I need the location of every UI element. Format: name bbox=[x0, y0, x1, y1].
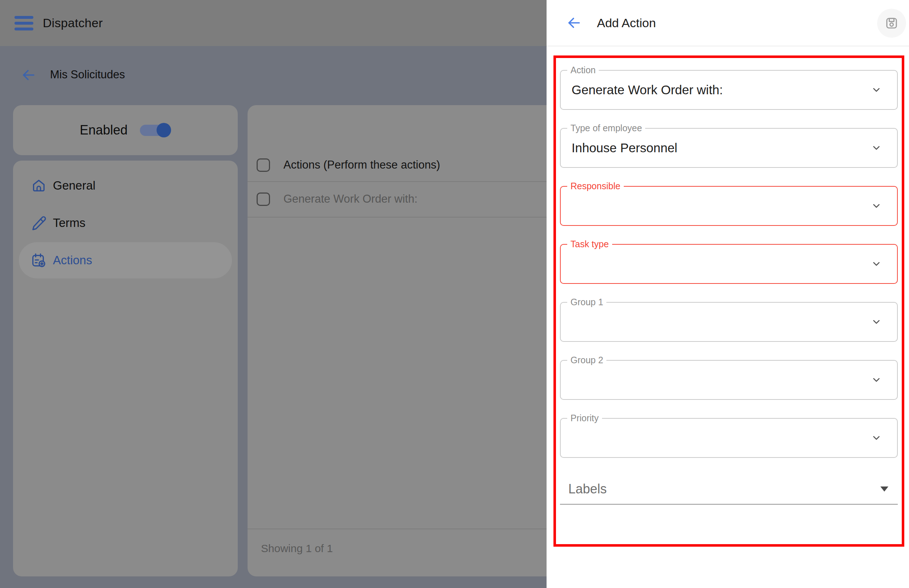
labels-select[interactable]: Labels bbox=[560, 475, 898, 505]
save-button[interactable] bbox=[877, 9, 906, 38]
row-checkbox[interactable] bbox=[257, 192, 270, 206]
task-type-select[interactable]: Task type bbox=[560, 244, 898, 284]
calendar-plus-icon bbox=[31, 252, 47, 269]
actions-table-card: Actions (Perform these actions) Generate… bbox=[247, 105, 559, 577]
back-arrow-icon[interactable] bbox=[567, 15, 582, 31]
sidebar-item-label: Actions bbox=[53, 254, 92, 267]
field-label: Group 1 bbox=[567, 297, 606, 307]
sidebar-item-label: Terms bbox=[53, 216, 86, 230]
back-arrow-icon[interactable] bbox=[20, 68, 37, 82]
footer-divider bbox=[247, 528, 559, 529]
enabled-label: Enabled bbox=[80, 123, 128, 138]
sidebar-item-terms[interactable]: Terms bbox=[19, 205, 232, 241]
dimmed-background-page: Dispatcher Mis Solicitudes Enabled Gener… bbox=[0, 0, 547, 588]
enabled-card: Enabled bbox=[13, 105, 238, 155]
group-2-select[interactable]: Group 2 bbox=[560, 360, 898, 400]
chevron-down-icon bbox=[871, 84, 882, 95]
field-label: Task type bbox=[567, 239, 612, 249]
field-label: Responsible bbox=[567, 181, 624, 191]
group-1-select[interactable]: Group 1 bbox=[560, 302, 898, 342]
sidebar-item-actions[interactable]: Actions bbox=[19, 242, 232, 278]
page-title: Mis Solicitudes bbox=[50, 68, 125, 81]
floppy-disk-icon bbox=[884, 16, 899, 31]
app-root: Dispatcher Mis Solicitudes Enabled Gener… bbox=[0, 0, 909, 588]
table-row-label: Generate Work Order with: bbox=[283, 192, 418, 205]
dropdown-arrow-icon bbox=[880, 486, 888, 491]
responsible-select[interactable]: Responsible bbox=[560, 186, 898, 226]
select-all-checkbox[interactable] bbox=[257, 158, 270, 172]
action-select[interactable]: Action Generate Work Order with: bbox=[560, 70, 898, 110]
pencil-icon bbox=[31, 215, 47, 231]
chevron-down-icon bbox=[871, 433, 882, 443]
panel-header: Add Action bbox=[547, 0, 909, 47]
panel-title: Add Action bbox=[597, 16, 656, 30]
table-row[interactable]: Generate Work Order with: bbox=[247, 181, 559, 217]
pagination-status: Showing 1 of 1 bbox=[261, 542, 333, 555]
labels-select-label: Labels bbox=[568, 481, 607, 497]
chevron-down-icon bbox=[871, 142, 882, 153]
settings-nav-card: General Terms Actions bbox=[13, 161, 238, 577]
field-value: Inhouse Personnel bbox=[572, 129, 677, 167]
table-header-row: Actions (Perform these actions) bbox=[247, 149, 559, 181]
table-header-label: Actions (Perform these actions) bbox=[283, 158, 440, 171]
sidebar-item-general[interactable]: General bbox=[19, 168, 232, 204]
type-of-employee-select[interactable]: Type of employee Inhouse Personnel bbox=[560, 128, 898, 168]
top-app-bar: Dispatcher bbox=[0, 0, 547, 46]
add-action-panel: Add Action Action Generate Work Order wi… bbox=[547, 0, 909, 588]
chevron-down-icon bbox=[871, 200, 882, 212]
chevron-down-icon bbox=[871, 375, 882, 385]
toggle-thumb bbox=[157, 123, 171, 137]
sidebar-item-label: General bbox=[53, 179, 95, 192]
app-title: Dispatcher bbox=[43, 16, 103, 30]
field-label: Group 2 bbox=[567, 355, 606, 365]
chevron-down-icon bbox=[871, 317, 882, 327]
home-icon bbox=[31, 177, 47, 194]
chevron-down-icon bbox=[871, 258, 882, 269]
field-value: Generate Work Order with: bbox=[572, 71, 723, 109]
enabled-toggle[interactable] bbox=[140, 121, 171, 139]
row-divider bbox=[247, 217, 559, 218]
priority-select[interactable]: Priority bbox=[560, 418, 898, 458]
field-label: Priority bbox=[567, 413, 602, 423]
menu-icon[interactable] bbox=[15, 16, 33, 31]
